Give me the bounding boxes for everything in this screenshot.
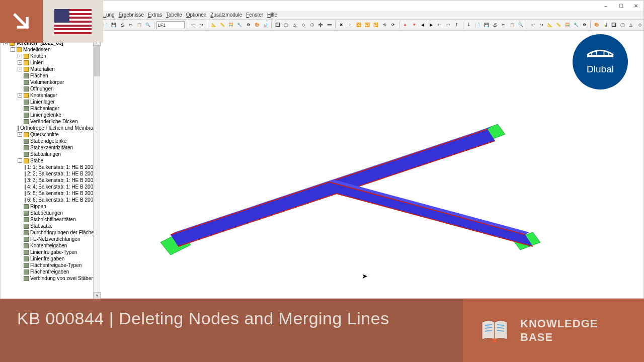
toolbar-icon[interactable]: ⚙ <box>245 21 252 29</box>
toolbar-icon[interactable]: ⚙ <box>581 21 588 29</box>
toolbar-icon[interactable]: 🔍 <box>144 21 152 29</box>
model-viewport[interactable]: ➤ <box>100 31 643 298</box>
tree-item[interactable]: Stabbettungen <box>1 210 100 216</box>
tree-item[interactable]: Flächenfreigaben <box>1 268 100 275</box>
toolbar-icon[interactable]: 📋 <box>508 21 516 29</box>
menu-item[interactable]: …ung <box>101 12 115 18</box>
toolbar-icon[interactable]: ↩ <box>529 21 537 29</box>
close-button[interactable]: ✕ <box>628 1 643 11</box>
tree-item[interactable]: Stabnichtlinearitäten <box>1 216 100 223</box>
toolbar-icon[interactable]: 🡓 <box>465 21 473 29</box>
menu-item[interactable]: Extras <box>148 12 162 18</box>
scroll-down-icon[interactable]: ▼ <box>94 292 101 299</box>
toolbar-icon[interactable]: 🔍 <box>517 21 524 29</box>
toolbar-icon[interactable]: ✂ <box>127 21 134 29</box>
scroll-thumb[interactable] <box>94 46 100 76</box>
toolbar-icon[interactable]: 🔲 <box>610 21 618 29</box>
toolbar-icon[interactable]: 🔺 <box>401 21 409 29</box>
toolbar-icon[interactable]: ↩ <box>189 21 197 29</box>
tree-item[interactable]: Öffnungen <box>1 85 100 92</box>
tree-item[interactable]: Durchdringungen der Flächen <box>1 229 100 236</box>
tree-item[interactable]: Orthotrope Flächen und Membranen <box>1 125 100 131</box>
tree-item[interactable]: Flächen <box>1 72 100 79</box>
toolbar-icon[interactable]: ▶ <box>427 21 435 29</box>
toolbar-icon[interactable]: 🡐 <box>436 21 443 29</box>
tree-item[interactable]: 2: 2; Balkenstab; 1: HE B 200 | DIN <box>1 170 100 177</box>
menu-item[interactable]: Optionen <box>186 12 207 18</box>
toolbar-icon[interactable]: 🔧 <box>572 21 580 29</box>
toolbar-icon[interactable]: 🧮 <box>564 21 571 29</box>
tree-item[interactable]: 6: 6; Balkenstab; 1: HE B 200 | DIN <box>1 197 100 203</box>
tree-item[interactable]: 4: 4; Balkenstab; 1: HE B 200 | DIN <box>1 184 100 190</box>
toolbar-icon[interactable]: △ <box>291 21 299 29</box>
toolbar-icon[interactable]: 🖨 <box>491 21 499 29</box>
tree-item[interactable]: -Modelldaten <box>1 46 100 53</box>
tree-item[interactable]: Flächenfreigabe-Typen <box>1 262 100 268</box>
toolbar-icon[interactable]: 🖨 <box>118 21 126 29</box>
load-case-combo[interactable]: LF1 <box>156 21 185 29</box>
tree-item[interactable]: Knotenfreigaben <box>1 242 100 249</box>
tree-item[interactable]: FE-Netzverdichtungen <box>1 236 100 242</box>
toolbar-icon[interactable]: 💾 <box>110 21 117 29</box>
menu-item[interactable]: Tabelle <box>166 12 182 18</box>
toolbar-icon[interactable]: △ <box>627 21 635 29</box>
tree-item[interactable]: Verbindung von zwei Stäben <box>1 275 100 282</box>
toolbar-icon[interactable]: 🔂 <box>372 21 380 29</box>
toolbar-icon[interactable]: 🔀 <box>355 21 362 29</box>
toolbar-icon[interactable]: 🡑 <box>453 21 461 29</box>
tree-item[interactable]: Liniengelenke <box>1 112 100 118</box>
toolbar-icon[interactable]: ÷ <box>346 21 354 29</box>
toolbar-icon[interactable]: 📐 <box>546 21 554 29</box>
navigator-tree[interactable]: -Vereinen* [2021_03]-Modelldaten+Knoten+… <box>1 39 100 299</box>
toolbar-icon[interactable]: ➖ <box>326 21 333 29</box>
toolbar-icon[interactable]: ◇ <box>636 21 643 29</box>
tree-item[interactable]: Stabexzentrizitäten <box>1 144 100 151</box>
toolbar-icon[interactable]: ◯ <box>282 21 290 29</box>
tree-item[interactable]: 1: 1; Balkenstab; 1: HE B 200 | DIN <box>1 164 100 170</box>
toolbar-icon[interactable]: ⟳ <box>389 21 397 29</box>
toolbar-icon[interactable]: 🧮 <box>227 21 235 29</box>
toolbar-icon[interactable]: 🔻 <box>410 21 418 29</box>
toolbar-icon[interactable]: 📏 <box>219 21 226 29</box>
toolbar-icon[interactable]: 🔲 <box>274 21 281 29</box>
tree-item[interactable]: Stabendgelenke <box>1 138 100 144</box>
tree-item[interactable]: Stabsätze <box>1 223 100 229</box>
tree-item[interactable]: Rippen <box>1 203 100 210</box>
tree-item[interactable]: +Linien <box>1 59 100 66</box>
toolbar-icon[interactable]: ➕ <box>317 21 325 29</box>
tree-item[interactable]: Flächenlager <box>1 105 100 112</box>
minimize-button[interactable]: – <box>598 1 613 11</box>
toolbar-icon[interactable]: 📄 <box>474 21 481 29</box>
tree-item[interactable]: +Knoten <box>1 53 100 59</box>
tree-item[interactable]: +Materialien <box>1 66 100 72</box>
tree-item[interactable]: Linienfreigabe-Typen <box>1 249 100 255</box>
tree-item[interactable]: -Stäbe <box>1 157 100 164</box>
toolbar-icon[interactable]: 💾 <box>482 21 490 29</box>
scrollbar[interactable]: ▲ ▼ <box>93 39 100 299</box>
toolbar-icon[interactable]: 📋 <box>136 21 143 29</box>
toolbar-icon[interactable]: ◯ <box>619 21 626 29</box>
tree-item[interactable]: +Querschnitte <box>1 131 100 138</box>
maximize-button[interactable]: ☐ <box>613 1 628 11</box>
tree-item[interactable]: Veränderliche Dicken <box>1 118 100 125</box>
toolbar-icon[interactable]: ↪ <box>198 21 205 29</box>
tree-item[interactable]: Volumenkörper <box>1 79 100 85</box>
toolbar-icon[interactable]: ◇ <box>300 21 307 29</box>
toolbar-icon[interactable]: 📊 <box>262 21 269 29</box>
toolbar-icon[interactable]: ⬡ <box>308 21 316 29</box>
menu-item[interactable]: Fenster <box>246 12 263 18</box>
toolbar-icon[interactable]: ✖ <box>338 21 345 29</box>
menu-item[interactable]: Zusatzmodule <box>210 12 242 18</box>
tree-item[interactable]: +Knotenlager <box>1 92 100 99</box>
tree-item[interactable]: Linienlager <box>1 99 100 105</box>
tree-item[interactable]: Linienfreigaben <box>1 255 100 262</box>
toolbar-icon[interactable]: ✂ <box>500 21 507 29</box>
toolbar-icon[interactable]: ↪ <box>538 21 545 29</box>
tree-item[interactable]: 3: 3; Balkenstab; 1: HE B 200 | DIN <box>1 177 100 184</box>
tree-item[interactable]: 5: 5; Balkenstab; 1: HE B 200 | DIN <box>1 190 100 197</box>
menu-item[interactable]: Hilfe <box>267 12 277 18</box>
toolbar-icon[interactable]: 🎨 <box>593 21 600 29</box>
toolbar-icon[interactable]: 🔧 <box>236 21 244 29</box>
toolbar-icon[interactable]: ⟲ <box>381 21 388 29</box>
toolbar-icon[interactable]: ◀ <box>419 21 426 29</box>
